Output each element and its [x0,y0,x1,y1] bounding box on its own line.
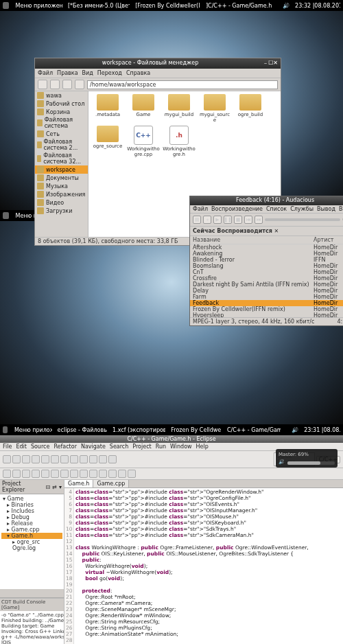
forward-button[interactable] [50,80,60,89]
tree-item[interactable]: ▸ ogre_src [1,539,62,545]
task-filemanager[interactable]: eclipse - Файловый мен... [58,427,108,433]
fm-item[interactable]: mygui_build [163,94,196,123]
fm-side-item[interactable]: Документы [35,174,88,182]
collapse-all-icon[interactable]: ⊟ [46,484,51,490]
tb2-btn[interactable] [89,470,97,478]
task-audacious[interactable]: [Frozen By Celldweller(IFT... [135,3,200,9]
code-editor[interactable]: 4567891011121314151617181920212223242526… [64,488,343,644]
profile-button[interactable] [60,455,69,463]
view-menu-icon[interactable]: ▾ [59,484,62,490]
volume-icon[interactable]: 🔊 [283,3,289,9]
prev-button[interactable]: ⏮ [244,216,252,224]
menu-refactor[interactable]: Refactor [54,444,77,450]
open-button[interactable]: ▤ [193,216,201,224]
tb2-btn[interactable] [32,470,40,478]
home-button[interactable] [75,80,84,89]
aud-menu-list[interactable]: Список [266,206,287,212]
fm-menu-file[interactable]: Файл [38,70,53,76]
tb2-btn[interactable] [108,470,117,478]
aud-menu-services[interactable]: Службы [290,206,314,212]
fm-side-item[interactable]: Музыка [35,182,88,190]
console-btn[interactable] [19,590,25,597]
playlist-row[interactable]: AftershockHomeDir5:01 [190,244,343,251]
aud-menu-file[interactable]: Файл [193,206,208,212]
fm-side-item[interactable]: wawa [35,91,88,100]
playlist-row[interactable]: CnTHomeDir2:10 [190,269,343,275]
eclipse-titlebar[interactable]: C/C++ - Game/Game.h - Eclipse [0,435,343,443]
menu-edit[interactable]: Edit [16,444,27,450]
stop-button[interactable]: ■ [234,216,242,224]
pause-button[interactable]: ❚❚ [224,216,232,224]
back-button[interactable] [38,80,47,89]
app-menu[interactable]: Меню приложений [14,427,52,433]
fm-side-item[interactable]: Файловая система 32... [35,152,88,165]
fm-titlebar[interactable]: workspace - Файловый менеджер － ☐ ✕ [35,58,281,69]
fm-side-item[interactable]: Сеть [35,130,88,138]
fm-menu-edit[interactable]: Правка [57,70,78,76]
fm-side-item[interactable]: Изображения [35,190,88,198]
playlist-row[interactable]: CrossfireHomeDir3:26 [190,275,343,281]
play-button[interactable]: ▶ [213,216,222,224]
aud-titlebar[interactable]: Feedback (4:16) - Audacious － ☐ ✕ [190,196,343,205]
tb2-btn[interactable] [99,470,107,478]
add-button[interactable]: ＋ [203,216,211,224]
tb2-btn[interactable] [80,470,88,478]
tb2-btn[interactable] [128,470,136,478]
saveall-button[interactable] [22,455,30,463]
playlist-row[interactable]: AwakeningHomeDir4:09 [190,251,343,257]
tree-item[interactable]: ▸ Includes [1,508,62,514]
toggle-mark-button[interactable] [89,455,97,463]
playlist-row[interactable]: Blinded - TerrorIFFN4:12 [190,257,343,263]
maximize-icon[interactable]: ☐ [268,60,273,67]
tab-game-cpp[interactable]: Game.cpp [93,480,129,487]
search-button[interactable] [80,455,88,463]
xfce-menu-icon[interactable] [3,426,8,433]
save-button[interactable] [12,455,21,463]
minimize-icon[interactable]: － [263,60,268,67]
fm-side-item[interactable]: Видео [35,198,88,207]
tb2-btn[interactable] [3,470,11,478]
next-annotation-button[interactable] [99,455,107,463]
console-btn[interactable] [27,590,34,597]
project-tree[interactable]: ▾ Game▸ Binaries▸ Includes▸ Debug▸ Relea… [0,494,64,589]
col-title[interactable]: Название [193,237,314,243]
tb2-btn[interactable] [51,470,59,478]
playlist-row[interactable]: Frozen By Celldweller(IFFN remix)HomeDir… [190,306,343,312]
playlist-row[interactable]: DelayHomeDir4:08 [190,288,343,294]
playlist-row[interactable]: HypersleepHomeDir2:46 [190,312,343,317]
tb2-btn[interactable] [70,470,78,478]
fm-side-item[interactable]: Файловая система 2... [35,138,88,152]
fm-item[interactable]: mygui_source [198,94,231,123]
menu-project[interactable]: Project [132,444,151,450]
menu-run[interactable]: Run [156,444,166,450]
fm-item[interactable]: ogre_source [91,126,124,157]
fm-menu-help[interactable]: Справка [126,70,150,76]
task-audacious[interactable]: Frozen By Celldweller(IFT... [171,427,222,433]
console-btn[interactable] [35,590,42,597]
build-button[interactable] [32,455,40,463]
fm-side-item[interactable]: Загрузки [35,207,88,215]
task-eclipse[interactable]: ]C/C++ - Game/Game.h - ... [206,3,272,9]
menu-help[interactable]: Help [196,444,209,450]
fm-item[interactable]: .hWorkingwithogre.h [163,126,196,157]
fm-side-item[interactable]: Рабочий стол [35,100,88,108]
fm-menu-go[interactable]: Переход [97,70,122,76]
fm-item[interactable]: .metadata [91,94,124,123]
volume-icon[interactable]: 🔊 [292,427,298,433]
tree-item[interactable]: ▾ Game.h [1,533,62,539]
source-text[interactable]: class=class="str">"pp">#include class="s… [74,488,343,644]
next-button[interactable]: ⏭ [255,216,263,224]
run-button[interactable] [51,455,59,463]
tree-item[interactable]: ▸ Game.cpp [1,527,62,533]
xfce-menu-icon[interactable] [3,2,9,9]
volume-slider[interactable] [287,461,335,465]
tree-item[interactable]: ▸ Release [1,520,62,527]
playlist-row[interactable]: Darkest night By Sami Anttila (IFFN remi… [190,281,343,288]
menu-source[interactable]: Source [31,444,49,450]
task-gimp[interactable]: [*Без имени-5.0 (Цвето... [68,3,130,9]
playlist-row[interactable]: FarmHomeDir2:59 [190,294,343,300]
open-type-button[interactable] [70,455,78,463]
playlist-row[interactable]: BoomslangHomeDir4:00 [190,263,343,269]
tb2-btn[interactable] [60,470,69,478]
menu-window[interactable]: Window [170,444,192,450]
